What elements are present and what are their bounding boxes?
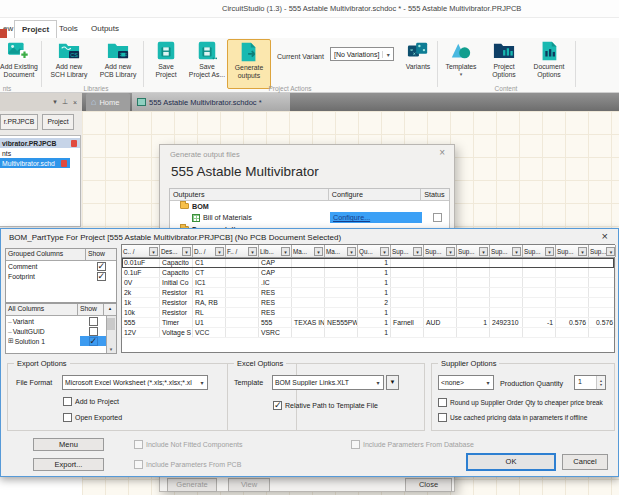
grid-cell[interactable] — [226, 318, 259, 327]
document-options-button[interactable]: Document Options — [527, 40, 571, 88]
grid-cell[interactable] — [292, 298, 325, 307]
add-to-project-checkbox-row[interactable]: Add to Project — [63, 397, 119, 406]
export-button[interactable]: Export... — [33, 458, 104, 471]
include-parameters-database-checkbox[interactable] — [351, 440, 360, 449]
bom-dialog-close-icon[interactable]: × — [602, 231, 608, 242]
current-variant-dropdown[interactable]: [No Variations] ▾ — [330, 47, 394, 61]
grid-cell[interactable] — [523, 308, 556, 317]
column-outputers[interactable]: Outputers — [170, 189, 329, 200]
grid-cell[interactable]: 555 — [259, 318, 292, 327]
open-exported-checkbox-row[interactable]: Open Exported — [63, 413, 122, 422]
grid-cell[interactable]: CAP — [259, 268, 292, 277]
include-parameters-pcb-checkbox[interactable] — [134, 460, 143, 469]
grid-cell[interactable] — [325, 268, 358, 277]
column-filter-icon[interactable]: ▾ — [347, 247, 356, 256]
grid-cell[interactable] — [325, 288, 358, 297]
bom-grid-row[interactable]: 555TimerU1555TEXAS IN:NE555PW1FarnellAUD… — [122, 318, 614, 328]
grid-cell[interactable] — [424, 328, 457, 337]
vaultguid-show-checkbox[interactable] — [89, 327, 98, 336]
grid-cell[interactable]: 1 — [358, 308, 391, 317]
grid-cell[interactable] — [490, 328, 523, 337]
grid-cell[interactable]: RES — [259, 308, 292, 317]
grid-cell[interactable]: NE555PW — [325, 318, 358, 327]
column-filter-icon[interactable]: ▾ — [479, 247, 488, 256]
grid-cell[interactable] — [226, 288, 259, 297]
grouped-column-row-comment[interactable]: Comment — [6, 261, 116, 271]
grid-cell[interactable] — [457, 268, 490, 277]
grid-column-header[interactable]: Des...▾ — [160, 245, 193, 257]
grid-cell[interactable] — [523, 298, 556, 307]
column-filter-icon[interactable]: ▾ — [380, 247, 389, 256]
template-browse-dropdown-button[interactable]: ▼ — [386, 375, 399, 390]
grid-cell[interactable]: 2 — [358, 298, 391, 307]
grid-cell[interactable] — [457, 278, 490, 287]
outputer-checkbox[interactable] — [433, 213, 442, 222]
grid-cell[interactable]: 1 — [457, 318, 490, 327]
project-options-button[interactable]: Project Options — [483, 40, 525, 88]
grid-cell[interactable] — [391, 328, 424, 337]
grid-cell[interactable] — [325, 308, 358, 317]
grid-cell[interactable] — [292, 288, 325, 297]
generate-outputs-button[interactable]: Generate outputs — [227, 39, 271, 89]
grid-cell[interactable] — [589, 308, 616, 317]
scroll-up-icon[interactable]: ▴ — [104, 304, 116, 315]
grid-cell[interactable]: Capacito — [160, 268, 193, 277]
grid-cell[interactable]: Resistor — [160, 298, 193, 307]
tab-home[interactable]: ⌂ Home — [86, 93, 130, 111]
grid-cell[interactable] — [391, 268, 424, 277]
configure-link[interactable]: Configure... — [330, 212, 422, 223]
grid-cell[interactable]: Resistor — [160, 288, 193, 297]
round-up-checkbox-row[interactable]: Round up Supplier Order Qty to cheaper p… — [438, 398, 603, 407]
grid-cell[interactable] — [589, 328, 616, 337]
grid-cell[interactable] — [424, 278, 457, 287]
grid-cell[interactable] — [457, 328, 490, 337]
column-filter-icon[interactable]: ▾ — [281, 247, 290, 256]
grid-column-header[interactable]: Sup...▾ — [589, 245, 616, 257]
grid-cell[interactable]: Capacito — [160, 258, 193, 267]
grid-cell[interactable]: 0V — [122, 278, 160, 287]
column-filter-icon[interactable]: ▾ — [578, 247, 587, 256]
grid-cell[interactable]: Farnell — [391, 318, 424, 327]
column-status[interactable]: Status — [421, 189, 449, 200]
grid-cell[interactable]: RA, RB — [193, 298, 226, 307]
grid-cell[interactable]: 555 — [122, 318, 160, 327]
bom-grid-row[interactable]: 10kResistorRLRES1 — [122, 308, 614, 318]
grid-cell[interactable] — [424, 308, 457, 317]
grid-column-header[interactable]: Sup...▾ — [391, 245, 424, 257]
grid-column-header[interactable]: F.. /▾ — [226, 245, 259, 257]
grid-cell[interactable]: 12V — [122, 328, 160, 337]
bom-grid-row[interactable]: 0.1uFCapacitoCTCAP1 — [122, 268, 614, 278]
add-existing-document-button[interactable]: Add Existing Document — [0, 40, 43, 88]
solution1-show-checkbox[interactable] — [89, 337, 98, 346]
bom-grid-row[interactable]: 0VInitial CoIC1.IC1 — [122, 278, 614, 288]
grid-cell[interactable] — [457, 288, 490, 297]
grid-cell[interactable] — [523, 288, 556, 297]
grid-cell[interactable] — [325, 328, 358, 337]
bom-grid-row[interactable]: 12VVoltage SVCCVSRC1 — [122, 328, 614, 338]
expand-icon[interactable]: ⊞ — [8, 337, 14, 345]
grid-cell[interactable] — [226, 278, 259, 287]
save-project-as-button[interactable]: Save Project As... — [186, 40, 228, 88]
grid-cell[interactable]: 0.01uF — [122, 258, 160, 267]
grid-cell[interactable]: Voltage S — [160, 328, 193, 337]
column-filter-icon[interactable]: ▾ — [446, 247, 455, 256]
grid-cell[interactable] — [490, 258, 523, 267]
panel-tab-prjpcb[interactable]: r.PRJPCB — [0, 114, 38, 130]
grid-cell[interactable]: 1 — [358, 268, 391, 277]
ribbon-tab-tools[interactable]: Tools — [52, 20, 85, 38]
all-columns-row-solution1[interactable]: ⊞Solution 1 — [6, 336, 106, 346]
grid-cell[interactable] — [292, 308, 325, 317]
add-new-sch-library-button[interactable]: CS Add new SCH Library — [46, 40, 92, 88]
column-filter-icon[interactable]: ▾ — [606, 247, 615, 256]
grid-cell[interactable]: 1 — [358, 328, 391, 337]
grid-cell[interactable]: -1 — [523, 318, 556, 327]
grid-cell[interactable] — [226, 258, 259, 267]
panel-pin-icon[interactable]: ⊥ — [62, 98, 68, 106]
relative-path-checkbox-row[interactable]: Relative Path to Template File — [273, 401, 378, 410]
tree-item-documents[interactable]: nts — [0, 148, 80, 158]
grid-cell[interactable]: 1 — [358, 258, 391, 267]
grid-cell[interactable] — [391, 258, 424, 267]
grid-cell[interactable] — [589, 288, 616, 297]
footprint-show-checkbox[interactable] — [97, 272, 106, 281]
open-exported-checkbox[interactable] — [63, 413, 72, 422]
